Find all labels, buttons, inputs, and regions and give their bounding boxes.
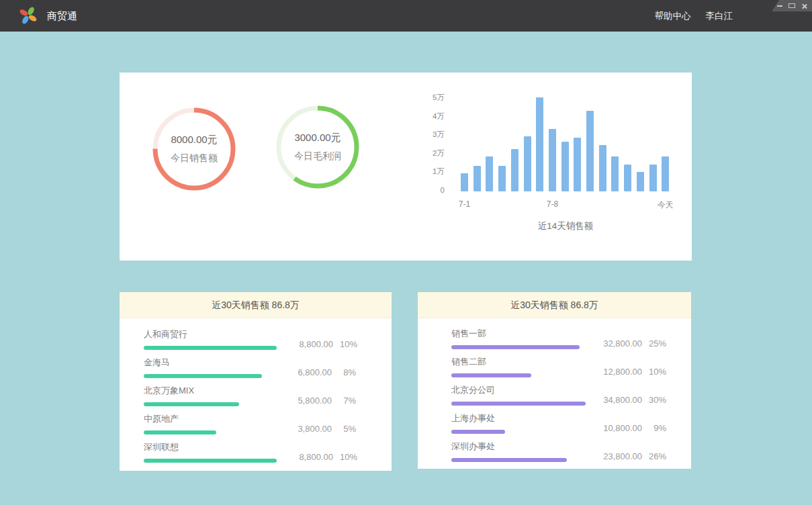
ranking-row-percent: 26% bbox=[642, 451, 666, 461]
today-profit-donut-center: 3000.00元 今日毛利润 bbox=[276, 105, 359, 189]
ranking-row: 深圳联想8,800.0010% bbox=[144, 441, 356, 463]
user-name-link[interactable]: 李白江 bbox=[706, 10, 733, 22]
daily-sales-bar bbox=[473, 166, 481, 192]
ranking-row-bar bbox=[451, 458, 567, 462]
today-sales-value: 8000.00元 bbox=[171, 134, 217, 146]
x-axis-tick: 7-8 bbox=[532, 199, 572, 209]
ranking-row-bar bbox=[451, 430, 505, 434]
ranking-row-amount: 8,800.00 bbox=[277, 452, 333, 462]
close-icon[interactable] bbox=[801, 3, 807, 9]
customer-ranking-title: 近30天销售额 86.8万 bbox=[120, 292, 392, 318]
ranking-row-value: 8,800.0010% bbox=[277, 339, 357, 349]
overview-panel: 8000.00元 今日销售额 30天最高：10,000.00元 3000.00元… bbox=[120, 73, 692, 261]
daily-sales-bar bbox=[586, 111, 594, 191]
customer-ranking-rows: 人和商贸行8,800.0010%金海马6,800.008%北京万象MIX5,80… bbox=[120, 318, 392, 463]
ranking-row-bar bbox=[144, 402, 239, 406]
y-axis-tick: 5万 bbox=[430, 93, 445, 101]
ranking-row-bar bbox=[144, 346, 277, 350]
ranking-row: 中原地产3,800.005% bbox=[144, 413, 356, 434]
ranking-row-percent: 10% bbox=[642, 367, 666, 377]
ranking-row-label: 北京分公司 bbox=[451, 384, 586, 396]
y-axis-tick: 1万 bbox=[430, 167, 445, 175]
ranking-row-percent: 10% bbox=[333, 452, 357, 462]
ranking-row-amount: 3,800.00 bbox=[275, 424, 332, 434]
sales-14d-bar-chart: 近14天销售额 5万4万3万2万1万07-17-8今天 bbox=[430, 93, 685, 247]
ranking-row-value: 5,800.007% bbox=[275, 396, 356, 406]
ranking-row-bar bbox=[451, 373, 531, 377]
daily-sales-bar bbox=[498, 166, 506, 192]
daily-sales-bar bbox=[486, 156, 493, 191]
daily-sales-bar bbox=[649, 165, 657, 191]
today-profit-value: 3000.00元 bbox=[294, 132, 341, 144]
ranking-row: 深圳办事处23,800.0026% bbox=[451, 441, 666, 462]
ranking-row: 人和商贸行8,800.0010% bbox=[144, 328, 356, 350]
ranking-row-bar bbox=[144, 430, 216, 434]
ranking-row-label: 北京万象MIX bbox=[144, 385, 239, 397]
ranking-row: 北京分公司34,800.0030% bbox=[451, 384, 666, 406]
app-title: 商贸通 bbox=[47, 0, 77, 32]
ranking-row-value: 8,800.0010% bbox=[277, 452, 357, 462]
ranking-row-amount: 32,800.00 bbox=[586, 338, 642, 349]
y-axis-tick: 4万 bbox=[430, 112, 445, 120]
y-axis-tick: 3万 bbox=[430, 130, 445, 138]
ranking-row-value: 34,800.0030% bbox=[586, 395, 666, 405]
today-sales-caption: 今日销售额 bbox=[171, 152, 218, 165]
ranking-row-percent: 25% bbox=[642, 338, 666, 349]
ranking-row-label: 金海马 bbox=[144, 357, 262, 369]
daily-sales-bar bbox=[524, 136, 531, 192]
ranking-row-amount: 8,800.00 bbox=[277, 339, 333, 349]
ranking-row-value: 12,800.0010% bbox=[586, 367, 666, 377]
daily-sales-bar bbox=[599, 145, 606, 191]
today-profit-caption: 今日毛利润 bbox=[294, 150, 341, 163]
y-axis-tick: 2万 bbox=[430, 149, 445, 157]
daily-sales-bar bbox=[662, 156, 669, 191]
daily-sales-bar bbox=[561, 142, 569, 191]
bar-chart-title: 近14天销售额 bbox=[461, 220, 670, 232]
ranking-row: 金海马6,800.008% bbox=[144, 357, 356, 378]
ranking-row-amount: 23,800.00 bbox=[586, 451, 642, 461]
ranking-row: 销售二部12,800.0010% bbox=[451, 356, 666, 377]
daily-sales-bar bbox=[461, 173, 468, 192]
today-sales-donut-center: 8000.00元 今日销售额 bbox=[152, 107, 236, 191]
minimize-icon[interactable] bbox=[777, 5, 782, 7]
ranking-row-percent: 8% bbox=[332, 367, 356, 377]
title-bar: 商贸通 帮助中心 李白江 bbox=[0, 0, 812, 32]
ranking-row-amount: 12,800.00 bbox=[586, 367, 642, 377]
ranking-row-amount: 5,800.00 bbox=[275, 396, 332, 406]
ranking-row-amount: 34,800.00 bbox=[586, 395, 642, 405]
ranking-row-percent: 30% bbox=[642, 395, 666, 405]
top-navigation: 帮助中心 李白江 bbox=[655, 0, 733, 32]
window-controls bbox=[772, 0, 812, 11]
department-sales-ranking-panel: 近30天销售额 86.8万 销售一部32,800.0025%销售二部12,800… bbox=[418, 292, 691, 469]
ranking-row-label: 销售一部 bbox=[451, 328, 580, 340]
today-profit-donut: 3000.00元 今日毛利润 bbox=[276, 105, 359, 189]
app-logo-pinwheel-icon bbox=[18, 5, 38, 26]
x-axis-tick: 今天 bbox=[645, 199, 686, 211]
daily-sales-bar bbox=[624, 165, 631, 191]
ranking-row: 北京万象MIX5,800.007% bbox=[144, 385, 356, 406]
ranking-row-label: 人和商贸行 bbox=[144, 328, 277, 340]
daily-sales-bar bbox=[637, 172, 644, 191]
ranking-row-amount: 10,800.00 bbox=[586, 423, 642, 433]
x-axis-tick: 7-1 bbox=[445, 199, 485, 209]
ranking-row-label: 深圳联想 bbox=[144, 441, 277, 453]
department-ranking-rows: 销售一部32,800.0025%销售二部12,800.0010%北京分公司34,… bbox=[418, 318, 691, 462]
department-ranking-title: 近30天销售额 86.8万 bbox=[418, 292, 691, 318]
daily-sales-bar bbox=[536, 97, 543, 191]
maximize-icon[interactable] bbox=[788, 3, 795, 8]
ranking-row-value: 3,800.005% bbox=[275, 424, 356, 434]
ranking-row-value: 10,800.009% bbox=[586, 423, 666, 433]
ranking-row-label: 销售二部 bbox=[451, 356, 531, 368]
ranking-row-label: 深圳办事处 bbox=[451, 441, 567, 453]
daily-sales-bar bbox=[511, 149, 518, 191]
ranking-row-amount: 6,800.00 bbox=[275, 367, 332, 377]
y-axis-tick: 0 bbox=[430, 186, 445, 194]
ranking-row-bar bbox=[451, 345, 580, 349]
ranking-row-bar bbox=[144, 459, 277, 463]
ranking-row-percent: 7% bbox=[332, 396, 356, 406]
daily-sales-bar bbox=[611, 156, 619, 191]
ranking-row-bar bbox=[144, 374, 262, 378]
ranking-row: 上海办事处10,800.009% bbox=[451, 412, 666, 434]
help-center-link[interactable]: 帮助中心 bbox=[655, 10, 691, 22]
ranking-row-bar bbox=[451, 402, 586, 406]
